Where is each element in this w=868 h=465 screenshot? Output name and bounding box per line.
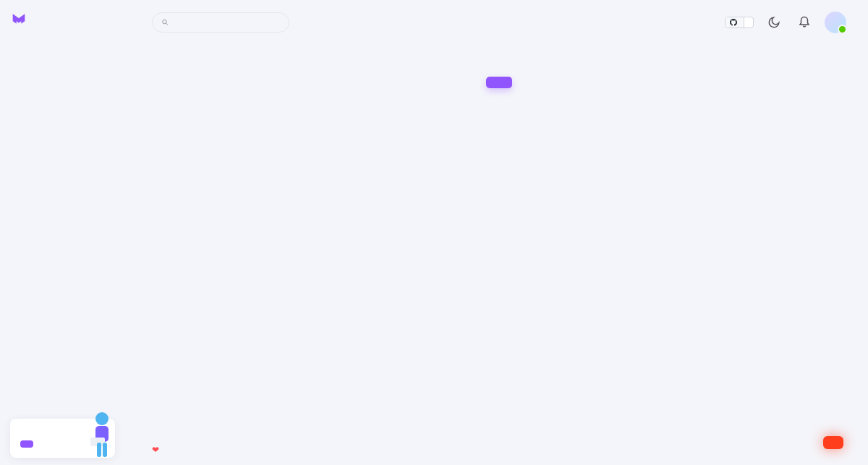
- sidebar: [0, 0, 130, 465]
- search-box[interactable]: [152, 12, 289, 33]
- brand-logo[interactable]: [7, 9, 123, 38]
- svg-rect-4: [103, 443, 107, 457]
- bell-icon: [798, 16, 811, 29]
- notifications-button[interactable]: [794, 12, 814, 33]
- github-stars-count: [744, 21, 753, 24]
- github-icon: [730, 19, 737, 26]
- heart-icon: ❤: [152, 445, 159, 455]
- svg-line-6: [166, 23, 168, 25]
- search-icon: [161, 18, 169, 27]
- main-content: ❤: [130, 0, 868, 465]
- view-all-button[interactable]: [486, 77, 512, 88]
- svg-point-5: [163, 20, 166, 23]
- upgrade-illustration-icon: [86, 410, 118, 461]
- theme-toggle[interactable]: [764, 12, 784, 33]
- upgrade-button[interactable]: [20, 440, 33, 448]
- moon-icon: [767, 16, 780, 29]
- search-input[interactable]: [174, 17, 280, 27]
- github-stars-badge[interactable]: [725, 17, 754, 28]
- upgrade-to-pro-button[interactable]: [823, 436, 843, 449]
- user-avatar[interactable]: [825, 12, 846, 33]
- upgrade-premium-card: [10, 419, 115, 458]
- svg-point-0: [95, 412, 109, 425]
- svg-rect-3: [97, 443, 101, 457]
- footer: ❤: [152, 435, 846, 465]
- logo-icon: [12, 12, 26, 26]
- topbar: [152, 7, 846, 46]
